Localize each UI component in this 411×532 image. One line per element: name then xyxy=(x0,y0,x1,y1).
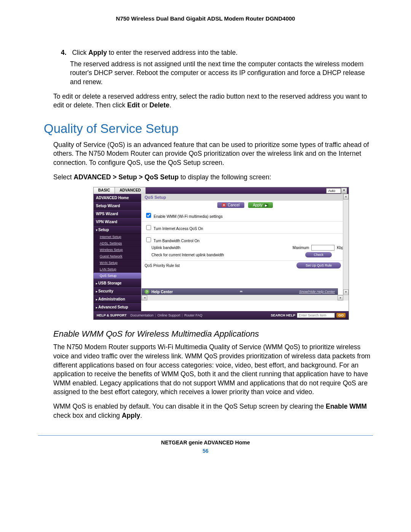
footer-bar: HELP & SUPPORT Documentation | Online Su… xyxy=(94,311,349,320)
sidebar-sub-qos[interactable]: QoS Setup xyxy=(94,273,141,279)
scroll-left-icon[interactable]: ◂ xyxy=(142,295,147,300)
cancel-button[interactable]: ×Cancel xyxy=(217,202,244,208)
language-selector[interactable]: Auto ▾ xyxy=(326,188,347,194)
heading-qos-setup: Quality of Service Setup xyxy=(44,121,373,136)
enable-wmm-row: Enable WMM (Wi-Fi multimedia) settings xyxy=(145,211,346,220)
sidebar-administration[interactable]: Administration xyxy=(94,295,141,303)
heading-enable-wmm: Enable WMM QoS for Wireless Multimedia A… xyxy=(53,329,373,339)
internet-qos-checkbox[interactable] xyxy=(146,225,151,230)
check-button[interactable]: Check xyxy=(305,252,332,257)
close-icon: × xyxy=(222,203,226,207)
vertical-scrollbar[interactable]: ▴ ▾ xyxy=(343,194,349,300)
rule-list-label: QoS Priority Rule list xyxy=(145,264,180,268)
bandwidth-control-row: Turn Bandwidth Control On xyxy=(145,235,346,244)
help-center-bar[interactable]: ? Help Center ▴▴ Snow/Hide Help Center xyxy=(142,288,338,295)
sidebar-sub-guest[interactable]: Guest Network xyxy=(94,253,141,260)
help-center-label: Help Center xyxy=(151,290,173,294)
router-ui-screenshot: BASIC ADVANCED Auto ▾ ADVANCED Home Setu… xyxy=(93,187,349,320)
sidebar-sub-lan[interactable]: LAN Setup xyxy=(94,266,141,273)
chevron-up-icon[interactable]: ▴▴ xyxy=(240,289,242,293)
uplink-input[interactable] xyxy=(311,245,335,251)
scroll-down-icon[interactable]: ▾ xyxy=(343,289,349,295)
go-button[interactable]: GO xyxy=(336,313,346,318)
help-toggle-link[interactable]: Snow/Hide Help Center xyxy=(299,290,335,294)
sidebar-advanced-setup[interactable]: Advanced Setup xyxy=(94,303,141,311)
sidebar-advanced-home[interactable]: ADVANCED Home xyxy=(94,194,141,202)
step-number: 4. xyxy=(61,49,67,56)
panel-title: QoS Setup xyxy=(142,194,349,201)
documentation-link[interactable]: Documentation xyxy=(131,313,154,317)
step-paragraph: The reserved address is not assigned unt… xyxy=(70,60,373,87)
sidebar-sub-wireless[interactable]: Wireless Setup xyxy=(94,247,141,253)
chevron-down-icon[interactable]: ▾ xyxy=(341,188,347,194)
internet-qos-row: Turn Internet Access QoS On xyxy=(145,223,346,232)
bandwidth-control-label: Turn Bandwidth Control On xyxy=(154,239,200,243)
tab-basic[interactable]: BASIC xyxy=(94,187,115,194)
page-number: 56 xyxy=(38,448,373,454)
wmm-paragraph-2: WMM QoS is enabled by default. You can d… xyxy=(53,402,373,420)
online-support-link[interactable]: Online Support xyxy=(158,313,180,317)
page-footer: NETGEAR genie ADVANCED Home 56 xyxy=(38,435,373,454)
tab-bar: BASIC ADVANCED Auto ▾ xyxy=(94,187,349,194)
tab-advanced[interactable]: ADVANCED xyxy=(115,187,146,194)
arrow-right-icon: ▶ xyxy=(264,204,268,207)
sidebar-sub-adsl[interactable]: ADSL Settings xyxy=(94,240,141,247)
setup-qos-rule-button[interactable]: Set Up QoS Rule xyxy=(296,262,341,268)
bandwidth-control-checkbox[interactable] xyxy=(146,237,151,242)
help-support-label: HELP & SUPPORT xyxy=(97,313,127,317)
enable-wmm-label: Enable WMM (Wi-Fi multimedia) settings xyxy=(154,214,223,219)
internet-qos-label: Turn Internet Access QoS On xyxy=(154,227,203,231)
sidebar: ADVANCED Home Setup Wizard WPS Wizard VP… xyxy=(94,194,141,311)
sidebar-usb-storage[interactable]: USB Storage xyxy=(94,279,141,287)
sidebar-vpn-wizard[interactable]: VPN Wizard xyxy=(94,218,141,226)
sidebar-sub-internet[interactable]: Internet Setup xyxy=(94,234,141,240)
language-value: Auto xyxy=(326,188,341,193)
check-bandwidth-row: Check for current Internet uplink bandwi… xyxy=(151,251,346,258)
enable-wmm-checkbox[interactable] xyxy=(146,213,151,218)
router-faq-link[interactable]: Router FAQ xyxy=(184,313,202,317)
help-icon: ? xyxy=(145,289,149,294)
horizontal-scrollbar[interactable]: ◂ ▸ xyxy=(142,295,349,300)
check-label: Check for current Internet uplink bandwi… xyxy=(151,253,224,257)
sidebar-wps-wizard[interactable]: WPS Wizard xyxy=(94,210,141,218)
sidebar-sub-wan[interactable]: WAN Setup xyxy=(94,260,141,266)
edit-delete-paragraph: To edit or delete a reserved address ent… xyxy=(53,92,373,110)
qos-intro-paragraph: Quality of Service (QoS) is an advanced … xyxy=(53,141,373,168)
wmm-paragraph-1: The N750 Modem Router supports Wi-Fi Mul… xyxy=(53,343,373,397)
search-help-label: SEARCH HELP xyxy=(271,313,295,317)
step-text: Click Apply to enter the reserved addres… xyxy=(72,49,237,56)
sidebar-security[interactable]: Security xyxy=(94,287,141,295)
sidebar-setup-wizard[interactable]: Setup Wizard xyxy=(94,202,141,210)
qos-rule-row: QoS Priority Rule list Set Up QoS Rule xyxy=(145,260,346,270)
action-bar: ×Cancel Apply▶ xyxy=(142,201,349,209)
maximum-label: Maximum xyxy=(293,246,309,250)
scroll-up-icon[interactable]: ▴ xyxy=(343,194,349,200)
scroll-right-icon[interactable]: ▸ xyxy=(338,295,343,300)
select-path-paragraph: Select ADVANCED > Setup > QoS Setup to d… xyxy=(53,173,373,182)
uplink-bandwidth-row: Uplink bandwidth Maximum Kbps xyxy=(151,244,346,251)
search-input[interactable] xyxy=(297,313,335,318)
footer-title: NETGEAR genie ADVANCED Home xyxy=(38,439,373,446)
document-header: N750 Wireless Dual Band Gigabit ADSL Mod… xyxy=(38,15,373,22)
apply-button[interactable]: Apply▶ xyxy=(248,202,273,208)
sidebar-setup[interactable]: Setup xyxy=(94,226,141,234)
uplink-label: Uplink bandwidth xyxy=(151,246,180,250)
